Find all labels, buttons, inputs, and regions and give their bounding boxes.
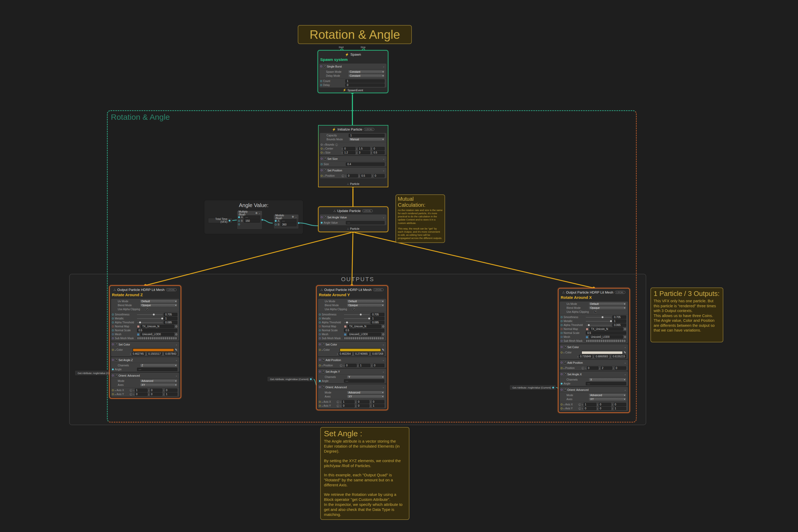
metallic-slider[interactable] — [586, 319, 611, 323]
metallic-field[interactable]: 1 — [164, 317, 177, 320]
orient-mode-dropdown[interactable]: Advanced — [589, 394, 626, 397]
channels-dropdown[interactable]: X — [589, 378, 626, 381]
local-space-icon[interactable]: L — [340, 364, 342, 367]
angle-field[interactable]: — — [137, 368, 177, 371]
add-position-checkbox[interactable] — [322, 359, 324, 361]
axis-x-vec3[interactable]: x1 y0 z0 — [582, 403, 626, 406]
position-vec3[interactable]: x0 y0.5 z0 — [345, 174, 385, 177]
uv-mode-dropdown[interactable]: Default — [589, 302, 626, 306]
mesh-port[interactable] — [319, 334, 321, 335]
orient-axes-dropdown[interactable]: XY — [589, 398, 626, 401]
chevron-down-icon[interactable] — [175, 343, 177, 346]
single-burst-block[interactable]: Single Burst Spawn Mode Constant Delay M… — [320, 63, 386, 88]
chevron-down-icon[interactable] — [175, 374, 177, 377]
get-attribute-operator-y[interactable]: Get Attribute: AngleValue (Current) — [267, 376, 314, 382]
modulo-a-field[interactable]: — — [280, 219, 296, 223]
multiply-b-port[interactable] — [238, 220, 240, 222]
output-context-rotate-x[interactable]: ∴ Output Particle HDRP Lit Mesh LOCAL Ro… — [558, 288, 630, 413]
color-vec3[interactable]: x0.462745 y0.1501517 z0.007843 — [130, 352, 177, 356]
modulo-a-port[interactable] — [275, 220, 277, 222]
size-port[interactable] — [321, 152, 323, 153]
angle-port[interactable] — [319, 380, 321, 382]
local-space-icon[interactable]: L — [578, 403, 581, 406]
output-subtitle[interactable]: Rotate Around X — [559, 295, 629, 301]
chevron-down-icon[interactable] — [624, 388, 626, 391]
block-enable-port[interactable] — [561, 362, 563, 363]
spawn-context[interactable]: ⚡ Spawn Spawn system Single Burst Spawn … — [318, 50, 388, 93]
normal-scale-field[interactable]: 0.5 — [344, 329, 384, 332]
blend-mode-dropdown[interactable]: Opaque — [347, 304, 384, 307]
center-port[interactable] — [321, 148, 323, 150]
metallic-slider[interactable] — [344, 317, 369, 320]
bounds-mode-dropdown[interactable]: Manual — [349, 138, 385, 141]
chevron-down-icon[interactable] — [382, 370, 384, 373]
total-time-out-port[interactable] — [229, 220, 231, 222]
axis-x-port[interactable] — [319, 401, 321, 403]
chevron-down-icon[interactable] — [624, 373, 626, 376]
render-settings-block[interactable]: Uv Mode Default Blend Mode Opaque Use Al… — [560, 302, 628, 343]
smoothness-slider[interactable] — [586, 316, 611, 319]
mesh-port[interactable] — [561, 336, 563, 338]
size-value-port[interactable] — [321, 163, 323, 165]
center-vec3[interactable]: x0 y1.5 z0 — [342, 147, 385, 150]
smoothness-port[interactable] — [112, 314, 114, 316]
chevron-down-icon[interactable] — [624, 346, 626, 348]
chevron-down-icon[interactable] — [382, 343, 384, 346]
set-angle-block[interactable]: Set Angle.Z Channels Z Angle — — [111, 357, 179, 372]
alpha-threshold-field[interactable]: 0.085 — [164, 321, 177, 324]
orient-block[interactable]: Orient: Advanced Mode Advanced Axes XY A… — [560, 387, 628, 411]
local-space-icon[interactable]: L — [130, 393, 132, 396]
gear-icon[interactable]: ⚙ — [292, 215, 294, 218]
size-value-field[interactable]: 0.4 — [346, 163, 385, 166]
alpha-threshold-field[interactable]: 0.065 — [613, 323, 626, 327]
alpha-threshold-slider[interactable] — [344, 321, 369, 324]
metallic-port[interactable] — [319, 318, 321, 319]
sub-mesh-mask-field[interactable] — [344, 337, 384, 340]
multiply-a-port[interactable] — [238, 216, 240, 218]
local-space-icon[interactable]: L — [342, 175, 344, 177]
alpha-threshold-port[interactable] — [112, 322, 114, 323]
blend-mode-dropdown[interactable]: Opaque — [140, 304, 177, 307]
axis-x-vec3[interactable]: x1 y0 z0 — [340, 400, 384, 403]
use-alpha-clipping-checkbox[interactable] — [145, 308, 148, 311]
object-picker-icon[interactable]: ⊙ — [624, 328, 626, 330]
sub-mesh-mask-field[interactable] — [137, 337, 177, 340]
block-enable-port[interactable] — [561, 389, 563, 391]
capacity-field[interactable]: 1 — [349, 134, 385, 137]
block-enable-port[interactable] — [561, 373, 563, 375]
axis-x-port[interactable] — [561, 403, 563, 405]
channels-dropdown[interactable]: Z — [140, 364, 177, 367]
spawn-mode-dropdown[interactable]: Constant — [348, 70, 385, 74]
alpha-threshold-slider[interactable] — [137, 321, 163, 324]
angle-value-port[interactable] — [321, 222, 323, 224]
normal-scale-port[interactable] — [561, 332, 563, 334]
channels-dropdown[interactable]: Y — [347, 375, 384, 379]
chevron-down-icon[interactable] — [624, 361, 626, 364]
position-vec3[interactable]: x0 y2 z0 — [585, 366, 626, 370]
initialize-context[interactable]: ⚡ Initialize Particle LOCAL Capacity 1 B… — [318, 125, 388, 187]
chevron-down-icon[interactable] — [382, 65, 385, 68]
modulo-out-port[interactable] — [298, 222, 300, 224]
set-color-block[interactable]: Set Color Color ✎ x0.462264 y0.2740965 z… — [318, 342, 386, 356]
count-field[interactable]: 1 — [345, 79, 385, 83]
block-enable-port[interactable] — [561, 346, 563, 348]
block-enable-port[interactable] — [112, 343, 114, 345]
modulo-b-port[interactable] — [275, 224, 277, 226]
sub-mesh-mask-port[interactable] — [561, 340, 563, 342]
axis-y-vec3[interactable]: x0 y0 z1 — [582, 407, 626, 410]
block-enable-port[interactable] — [321, 216, 323, 218]
object-picker-icon[interactable]: ⊙ — [624, 336, 626, 338]
normal-scale-field[interactable]: 0.5 — [137, 329, 177, 332]
orient-block[interactable]: Orient: Advanced Mode Advanced Axes XY A… — [111, 373, 179, 397]
mesh-field[interactable]: Unicoin0_LOD0 — [347, 332, 381, 336]
color-port[interactable] — [112, 349, 114, 351]
smoothness-slider[interactable] — [344, 313, 369, 316]
alpha-threshold-slider[interactable] — [586, 323, 611, 327]
output-subtitle[interactable]: Rotate Around Y — [317, 292, 387, 298]
normal-map-port[interactable] — [319, 325, 321, 327]
spawn-system-name[interactable]: Spawn system — [318, 57, 388, 63]
uv-mode-dropdown[interactable]: Default — [347, 300, 384, 303]
angle-port[interactable] — [112, 368, 114, 370]
object-picker-icon[interactable]: ⊙ — [175, 333, 177, 336]
object-picker-icon[interactable]: ⊙ — [382, 333, 384, 336]
